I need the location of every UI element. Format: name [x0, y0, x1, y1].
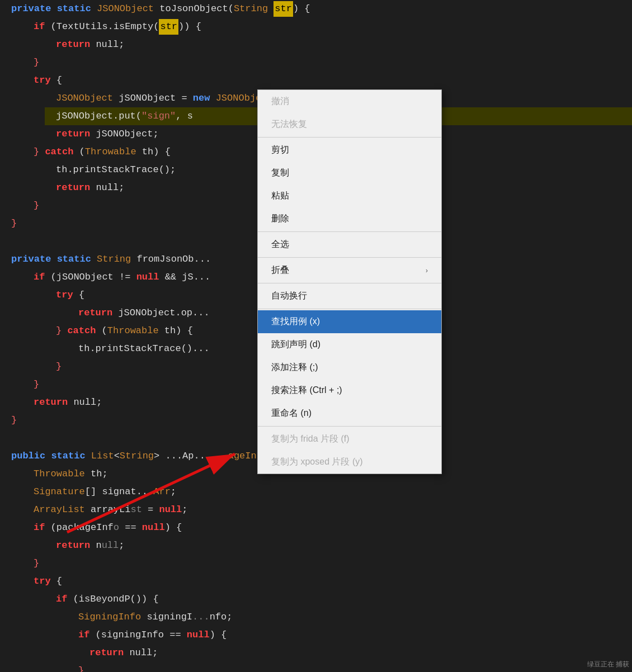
menu-item-copy-frida[interactable]: 复制为 frida 片段 (f)	[258, 428, 441, 451]
menu-item-redo[interactable]: 无法恢复	[258, 113, 441, 136]
code-line: return null;	[0, 644, 632, 662]
submenu-arrow-icon: ›	[426, 267, 428, 275]
menu-separator	[258, 426, 441, 427]
watermark: 绿豆正在 捕获	[587, 660, 629, 669]
menu-item-paste[interactable]: 粘贴	[258, 184, 441, 207]
code-line: }	[22, 555, 632, 572]
menu-item-delete[interactable]: 删除	[258, 207, 441, 230]
menu-item-add-comment[interactable]: 添加注释 (;)	[258, 356, 441, 379]
code-line: return null;	[45, 537, 632, 555]
code-line: if (isBeyondP()) {	[45, 590, 632, 608]
code-line: Signature[] signat...Arr;	[22, 483, 632, 501]
code-line: try {	[22, 572, 632, 590]
menu-item-select-all[interactable]: 全选	[258, 233, 441, 256]
menu-item-find-usage[interactable]: 查找用例 (x)	[258, 310, 441, 333]
menu-separator	[258, 257, 441, 258]
menu-item-copy[interactable]: 复制	[258, 162, 441, 184]
code-line: if (TextUtils.isEmpty(str)) {	[22, 18, 632, 36]
code-line: if (packageInfo == null) {	[22, 519, 632, 537]
menu-separator	[258, 231, 441, 232]
code-line: SigningInfo signingI...nfo;	[67, 608, 632, 626]
code-line: return null;	[45, 36, 632, 54]
code-editor: private static JSONObject toJsonObject(S…	[0, 0, 632, 672]
menu-item-undo[interactable]: 撤消	[258, 90, 441, 113]
menu-item-word-wrap[interactable]: 自动换行	[258, 285, 441, 307]
menu-item-search-comment[interactable]: 搜索注释 (Ctrl + ;)	[258, 379, 441, 402]
code-line: if (signingInfo == null) {	[67, 626, 632, 644]
menu-separator	[258, 283, 441, 283]
menu-separator	[258, 309, 441, 309]
code-line: private static JSONObject toJsonObject(S…	[0, 0, 632, 18]
code-line: try {	[22, 72, 632, 89]
menu-item-goto-declaration[interactable]: 跳到声明 (d)	[258, 333, 441, 356]
code-line: }	[22, 54, 632, 72]
menu-separator	[258, 137, 441, 138]
menu-item-fold[interactable]: 折叠 ›	[258, 259, 441, 282]
code-line: ArrayList arrayList = null;	[22, 501, 632, 519]
context-menu: 撤消 无法恢复 剪切 复制 粘贴 删除 全选 折叠 › 自动换行 查找用例 (x…	[257, 89, 442, 474]
menu-item-rename[interactable]: 重命名 (n)	[258, 402, 441, 425]
menu-item-copy-xposed[interactable]: 复制为 xposed 片段 (y)	[258, 451, 441, 474]
menu-item-cut[interactable]: 剪切	[258, 139, 441, 162]
code-line: }	[67, 662, 632, 672]
